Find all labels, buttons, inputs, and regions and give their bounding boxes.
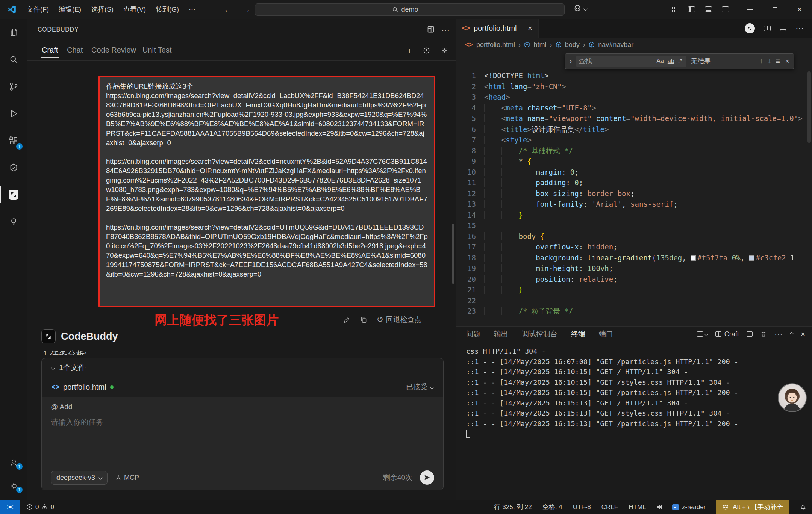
code-line[interactable]: 18 background: linear-gradient(135deg, #… xyxy=(456,252,807,263)
eol-sequence[interactable]: CRLF xyxy=(601,503,618,511)
open-in-editor-icon[interactable] xyxy=(427,26,435,33)
new-terminal-button[interactable] xyxy=(697,331,708,337)
tab-terminal[interactable]: 终端 xyxy=(571,329,585,339)
menu-selection[interactable]: 选择(S) xyxy=(86,3,118,16)
add-context-button[interactable]: @ Add xyxy=(51,403,434,411)
sidebar-item-explorer[interactable] xyxy=(0,19,27,46)
menu-edit[interactable]: 编辑(E) xyxy=(54,3,86,16)
sidebar-item-search[interactable] xyxy=(0,46,27,73)
split-editor-icon[interactable] xyxy=(764,26,771,31)
panel-layout-icon[interactable] xyxy=(780,26,786,31)
assistant-avatar[interactable] xyxy=(778,383,807,412)
code-line[interactable]: 19 min-height: 100vh; xyxy=(456,263,807,274)
tab-chat[interactable]: Chat xyxy=(67,46,83,54)
menu-view[interactable]: 查看(V) xyxy=(118,3,151,16)
close-tab-icon[interactable]: × xyxy=(528,24,532,33)
code-editor[interactable]: 1<!DOCTYPE html>2<html lang="zh-CN">3<he… xyxy=(456,70,807,326)
file-row-portfolio[interactable]: <> portfolio.html 已接受 xyxy=(42,377,443,397)
terminal-instance-craft[interactable]: Craft xyxy=(715,330,739,338)
z-reader-status[interactable]: z-reader xyxy=(672,503,706,511)
code-line[interactable]: 1<!DOCTYPE html> xyxy=(456,70,807,81)
rollback-checkpoint-button[interactable]: ↺ 回退检查点 xyxy=(377,315,421,325)
bell-icon[interactable] xyxy=(800,503,807,511)
menu-overflow[interactable]: ⋯ xyxy=(184,3,200,16)
indentation[interactable]: 空格: 4 xyxy=(542,503,562,511)
code-line[interactable]: 23 /* 粒子背景 */ xyxy=(456,306,807,317)
code-line[interactable]: 6 <title>设计师作品集</title> xyxy=(456,124,807,135)
command-center-search[interactable] xyxy=(255,3,565,16)
task-input[interactable] xyxy=(51,417,434,443)
toggle-panel-icon[interactable] xyxy=(705,6,712,12)
tab-ports[interactable]: 端口 xyxy=(599,329,613,339)
language-mode[interactable]: HTML xyxy=(629,503,646,511)
copy-icon[interactable] xyxy=(360,316,368,324)
editor-scrollbar[interactable] xyxy=(807,71,811,143)
close-panel-icon[interactable]: × xyxy=(801,330,805,339)
problems-status[interactable]: 0 0 xyxy=(26,503,54,511)
kill-terminal-icon[interactable] xyxy=(760,331,767,337)
code-line[interactable]: 13 font-family: 'Arial', sans-serif; xyxy=(456,199,807,210)
tab-unit-test[interactable]: Unit Test xyxy=(142,46,171,54)
code-line[interactable]: 2<html lang="zh-CN"> xyxy=(456,81,807,92)
breadcrumb-body[interactable]: body xyxy=(565,41,580,49)
sidebar-item-plugin[interactable] xyxy=(0,154,27,181)
code-line[interactable]: 10 margin: 0; xyxy=(456,167,807,178)
code-line[interactable]: 11 padding: 0; xyxy=(456,177,807,188)
match-case-toggle[interactable]: Aa xyxy=(654,58,666,65)
tab-debug-console[interactable]: 调试控制台 xyxy=(522,329,557,339)
sidebar-item-lamp[interactable] xyxy=(0,208,27,235)
find-in-selection-icon[interactable]: ≡ xyxy=(776,57,780,65)
layout-grid-icon[interactable] xyxy=(657,505,662,509)
toggle-sidebar-icon[interactable] xyxy=(688,6,695,12)
breadcrumb-html[interactable]: html xyxy=(533,41,546,49)
toggle-replace-icon[interactable]: › xyxy=(570,57,572,65)
nav-forward-icon[interactable]: → xyxy=(237,5,256,14)
split-terminal-icon[interactable] xyxy=(747,331,753,337)
find-input[interactable] xyxy=(579,57,654,65)
copilot-menu[interactable] xyxy=(573,4,587,13)
nav-back-icon[interactable]: ← xyxy=(218,5,237,14)
code-line[interactable]: 21 } xyxy=(456,284,807,295)
code-line[interactable]: 16 body { xyxy=(456,231,807,242)
regex-toggle[interactable]: .* xyxy=(676,58,684,65)
code-line[interactable]: 8 /* 基础样式 */ xyxy=(456,145,807,156)
mcp-button[interactable]: MCP xyxy=(115,474,139,482)
panel-scrollbar[interactable] xyxy=(452,224,454,284)
search-input[interactable] xyxy=(401,6,428,14)
menu-file[interactable]: 文件(F) xyxy=(22,3,54,16)
breadcrumb-nav[interactable]: nav#navbar xyxy=(598,41,633,49)
code-line[interactable]: 9 * { xyxy=(456,156,807,167)
terminal-output[interactable]: css HTTP/1.1" 304 -::1 - - [14/May/2025 … xyxy=(466,346,767,497)
menu-goto[interactable]: 转到(G) xyxy=(151,3,184,16)
send-button[interactable] xyxy=(420,470,434,485)
new-session-icon[interactable]: + xyxy=(407,47,412,56)
code-line[interactable]: 20 position: relative; xyxy=(456,274,807,285)
sidebar-item-source-control[interactable] xyxy=(0,73,27,100)
code-line[interactable]: 17 overflow-x: hidden; xyxy=(456,242,807,252)
tab-output[interactable]: 输出 xyxy=(494,329,508,339)
code-line[interactable]: 3<head> xyxy=(456,92,807,103)
sidebar-item-extensions[interactable]: 1 xyxy=(0,127,27,154)
encoding[interactable]: UTF-8 xyxy=(573,503,591,511)
cursor-position[interactable]: 行 325, 列 22 xyxy=(494,503,532,511)
accepted-status[interactable]: 已接受 xyxy=(406,382,433,392)
tab-craft[interactable]: Craft xyxy=(42,46,58,54)
code-line[interactable]: 15 xyxy=(456,220,807,231)
minimize-button[interactable] xyxy=(738,0,762,19)
code-line[interactable]: 7 <style> xyxy=(456,135,807,145)
codebuddy-circle-icon[interactable] xyxy=(745,23,755,33)
tab-code-review[interactable]: Code Review xyxy=(91,46,136,54)
sidebar-item-settings[interactable]: 1 xyxy=(0,474,27,497)
more-actions-icon[interactable]: ⋯ xyxy=(795,23,804,33)
breadcrumb-file[interactable]: portfolio.html xyxy=(476,41,515,49)
tab-problems[interactable]: 问题 xyxy=(466,329,480,339)
files-header-row[interactable]: 1个文件 xyxy=(42,358,443,377)
sidebar-item-run-debug[interactable] xyxy=(0,100,27,127)
user-prompt-message[interactable]: 作品集的URL链接放成这3个 https://cn.bing.com/image… xyxy=(98,76,435,307)
remote-indicator[interactable]: >< xyxy=(0,500,20,514)
code-line[interactable]: 22 xyxy=(456,295,807,306)
tab-portfolio-html[interactable]: <> portfolio.html × xyxy=(456,19,539,38)
more-actions-icon[interactable]: ⋯ xyxy=(774,329,783,339)
toggle-secondary-sidebar-icon[interactable] xyxy=(722,6,729,12)
sidebar-item-codebuddy[interactable] xyxy=(0,181,27,208)
